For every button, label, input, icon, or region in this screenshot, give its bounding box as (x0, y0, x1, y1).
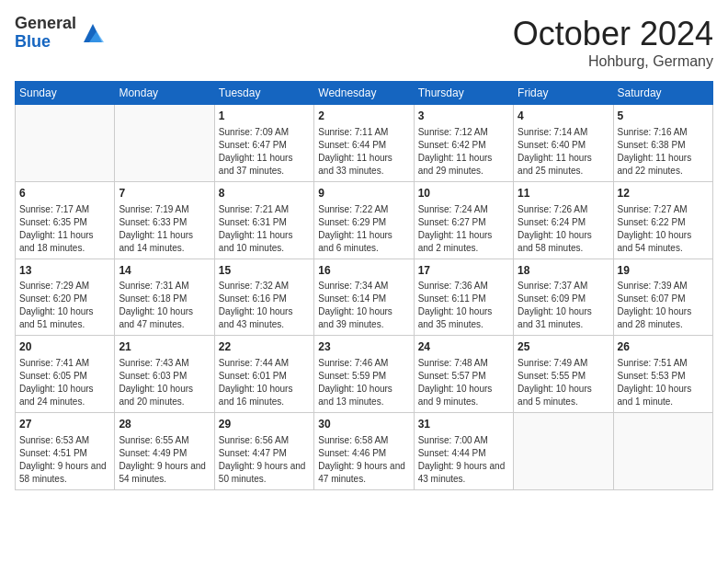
day-number: 8 (219, 186, 310, 201)
col-header-wednesday: Wednesday (314, 82, 414, 105)
week-row-1: 1Sunrise: 7:09 AMSunset: 6:47 PMDaylight… (16, 105, 713, 182)
day-number: 10 (418, 186, 509, 201)
logo-icon (80, 20, 106, 46)
day-number: 12 (618, 186, 709, 201)
day-cell: 31Sunrise: 7:00 AMSunset: 4:44 PMDayligh… (414, 413, 513, 490)
week-row-3: 13Sunrise: 7:29 AMSunset: 6:20 PMDayligh… (16, 259, 713, 336)
day-cell: 14Sunrise: 7:31 AMSunset: 6:18 PMDayligh… (115, 259, 214, 336)
day-number: 18 (518, 263, 609, 279)
day-number: 11 (518, 186, 609, 201)
day-info: Sunrise: 7:12 AMSunset: 6:42 PMDaylight:… (418, 126, 509, 178)
logo-general-text: General (15, 15, 76, 33)
day-number: 14 (119, 263, 210, 279)
day-number: 3 (418, 109, 509, 124)
day-info: Sunrise: 7:49 AMSunset: 5:55 PMDaylight:… (518, 357, 609, 408)
day-number: 15 (219, 263, 310, 279)
day-number: 27 (19, 417, 110, 432)
day-number: 20 (19, 339, 110, 355)
day-info: Sunrise: 7:37 AMSunset: 6:09 PMDaylight:… (518, 280, 609, 331)
day-cell: 18Sunrise: 7:37 AMSunset: 6:09 PMDayligh… (514, 259, 613, 336)
day-cell: 22Sunrise: 7:44 AMSunset: 6:01 PMDayligh… (214, 336, 313, 413)
day-number: 23 (318, 339, 409, 355)
day-number: 13 (19, 263, 110, 279)
day-info: Sunrise: 7:43 AMSunset: 6:03 PMDaylight:… (119, 357, 210, 408)
col-header-saturday: Saturday (613, 82, 712, 105)
day-cell: 11Sunrise: 7:26 AMSunset: 6:24 PMDayligh… (514, 181, 613, 259)
day-cell: 13Sunrise: 7:29 AMSunset: 6:20 PMDayligh… (16, 259, 115, 336)
day-cell: 15Sunrise: 7:32 AMSunset: 6:16 PMDayligh… (214, 259, 313, 336)
day-cell: 29Sunrise: 6:56 AMSunset: 4:47 PMDayligh… (214, 413, 313, 490)
day-cell: 2Sunrise: 7:11 AMSunset: 6:44 PMDaylight… (314, 105, 414, 182)
week-row-2: 6Sunrise: 7:17 AMSunset: 6:35 PMDaylight… (16, 181, 713, 259)
day-number: 9 (318, 186, 409, 201)
day-info: Sunrise: 7:24 AMSunset: 6:27 PMDaylight:… (418, 203, 509, 255)
day-cell: 26Sunrise: 7:51 AMSunset: 5:53 PMDayligh… (613, 336, 712, 413)
day-info: Sunrise: 6:55 AMSunset: 4:49 PMDaylight:… (119, 434, 210, 486)
day-info: Sunrise: 7:48 AMSunset: 5:57 PMDaylight:… (418, 357, 509, 408)
day-info: Sunrise: 7:22 AMSunset: 6:29 PMDaylight:… (318, 203, 409, 255)
day-number: 4 (518, 109, 609, 124)
day-info: Sunrise: 7:19 AMSunset: 6:33 PMDaylight:… (119, 203, 210, 255)
day-cell: 21Sunrise: 7:43 AMSunset: 6:03 PMDayligh… (115, 336, 214, 413)
logo-blue-text: Blue (15, 33, 76, 52)
day-info: Sunrise: 6:53 AMSunset: 4:51 PMDaylight:… (19, 434, 110, 486)
day-number: 28 (119, 417, 210, 432)
day-cell: 20Sunrise: 7:41 AMSunset: 6:05 PMDayligh… (16, 336, 115, 413)
day-number: 5 (618, 109, 709, 124)
day-cell: 1Sunrise: 7:09 AMSunset: 6:47 PMDaylight… (214, 105, 313, 182)
day-number: 16 (318, 263, 409, 279)
day-number: 1 (219, 109, 310, 124)
day-info: Sunrise: 7:17 AMSunset: 6:35 PMDaylight:… (19, 203, 110, 255)
day-info: Sunrise: 6:58 AMSunset: 4:46 PMDaylight:… (318, 434, 409, 486)
day-info: Sunrise: 7:11 AMSunset: 6:44 PMDaylight:… (318, 126, 409, 178)
day-cell: 24Sunrise: 7:48 AMSunset: 5:57 PMDayligh… (414, 336, 513, 413)
day-info: Sunrise: 7:29 AMSunset: 6:20 PMDaylight:… (19, 280, 110, 331)
day-number: 19 (618, 263, 709, 279)
col-header-tuesday: Tuesday (214, 82, 313, 105)
day-number: 31 (418, 417, 509, 432)
day-info: Sunrise: 7:27 AMSunset: 6:22 PMDaylight:… (618, 203, 709, 255)
day-number: 24 (418, 339, 509, 355)
day-info: Sunrise: 7:14 AMSunset: 6:40 PMDaylight:… (518, 126, 609, 178)
day-cell: 9Sunrise: 7:22 AMSunset: 6:29 PMDaylight… (314, 181, 414, 259)
day-cell: 6Sunrise: 7:17 AMSunset: 6:35 PMDaylight… (16, 181, 115, 259)
day-info: Sunrise: 7:39 AMSunset: 6:07 PMDaylight:… (618, 280, 709, 331)
day-cell: 8Sunrise: 7:21 AMSunset: 6:31 PMDaylight… (214, 181, 313, 259)
day-info: Sunrise: 7:36 AMSunset: 6:11 PMDaylight:… (418, 280, 509, 331)
week-row-5: 27Sunrise: 6:53 AMSunset: 4:51 PMDayligh… (16, 413, 713, 490)
day-info: Sunrise: 7:51 AMSunset: 5:53 PMDaylight:… (618, 357, 709, 408)
day-number: 7 (119, 186, 210, 201)
day-cell: 19Sunrise: 7:39 AMSunset: 6:07 PMDayligh… (613, 259, 712, 336)
day-info: Sunrise: 7:26 AMSunset: 6:24 PMDaylight:… (518, 203, 609, 255)
day-number: 22 (219, 339, 310, 355)
col-header-monday: Monday (115, 82, 214, 105)
day-info: Sunrise: 7:41 AMSunset: 6:05 PMDaylight:… (19, 357, 110, 408)
day-cell (613, 413, 712, 490)
day-info: Sunrise: 7:34 AMSunset: 6:14 PMDaylight:… (318, 280, 409, 331)
day-info: Sunrise: 7:00 AMSunset: 4:44 PMDaylight:… (418, 434, 509, 486)
col-header-sunday: Sunday (16, 82, 115, 105)
day-cell: 17Sunrise: 7:36 AMSunset: 6:11 PMDayligh… (414, 259, 513, 336)
day-cell: 30Sunrise: 6:58 AMSunset: 4:46 PMDayligh… (314, 413, 414, 490)
day-number: 2 (318, 109, 409, 124)
day-number: 25 (518, 339, 609, 355)
day-cell: 7Sunrise: 7:19 AMSunset: 6:33 PMDaylight… (115, 181, 214, 259)
week-row-4: 20Sunrise: 7:41 AMSunset: 6:05 PMDayligh… (16, 336, 713, 413)
month-title: October 2024 (513, 15, 713, 53)
day-info: Sunrise: 7:46 AMSunset: 5:59 PMDaylight:… (318, 357, 409, 408)
col-header-friday: Friday (514, 82, 613, 105)
day-number: 29 (219, 417, 310, 432)
day-cell: 25Sunrise: 7:49 AMSunset: 5:55 PMDayligh… (514, 336, 613, 413)
location-title: Hohburg, Germany (513, 53, 713, 70)
day-info: Sunrise: 7:31 AMSunset: 6:18 PMDaylight:… (119, 280, 210, 331)
day-info: Sunrise: 7:09 AMSunset: 6:47 PMDaylight:… (219, 126, 310, 178)
day-cell: 5Sunrise: 7:16 AMSunset: 6:38 PMDaylight… (613, 105, 712, 182)
title-block: October 2024 Hohburg, Germany (513, 15, 713, 70)
day-cell: 23Sunrise: 7:46 AMSunset: 5:59 PMDayligh… (314, 336, 414, 413)
day-cell (514, 413, 613, 490)
day-info: Sunrise: 7:32 AMSunset: 6:16 PMDaylight:… (219, 280, 310, 331)
day-number: 21 (119, 339, 210, 355)
page-header: General Blue October 2024 Hohburg, Germa… (15, 15, 713, 70)
day-cell: 3Sunrise: 7:12 AMSunset: 6:42 PMDaylight… (414, 105, 513, 182)
day-info: Sunrise: 7:44 AMSunset: 6:01 PMDaylight:… (219, 357, 310, 408)
